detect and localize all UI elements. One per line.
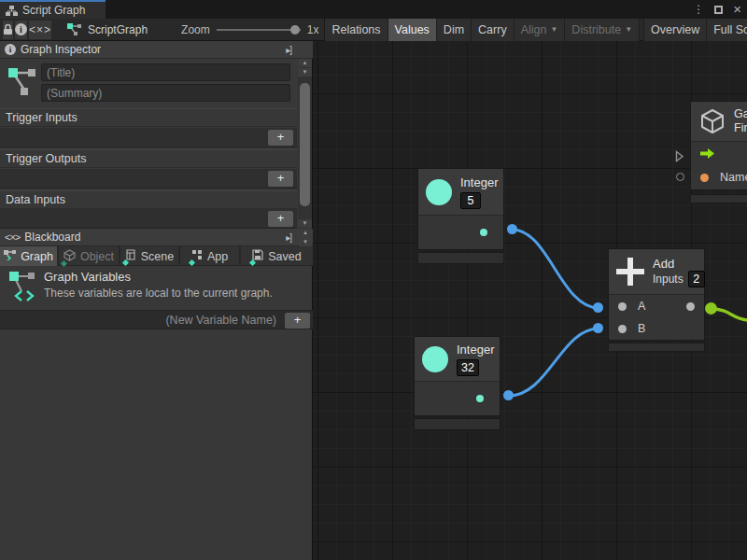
name-port-row: Name: [691, 165, 747, 189]
graph-tab-icon: [4, 249, 16, 263]
lock-button[interactable]: [3, 21, 13, 39]
integer-type-icon: [422, 346, 448, 372]
integer-value-field[interactable]: 32: [457, 359, 479, 376]
maximize-icon[interactable]: [714, 6, 723, 14]
node-footer: [417, 252, 504, 264]
scroll-down-icon[interactable]: ▼: [298, 219, 312, 228]
full-screen-button[interactable]: Full Screen: [707, 19, 747, 41]
input-port-b[interactable]: [618, 325, 627, 333]
integer-value-field[interactable]: 5: [460, 192, 481, 209]
integer-type-icon: [426, 179, 452, 205]
graph-selector[interactable]: ScriptGraph: [67, 23, 148, 36]
wire-endpoint[interactable]: [593, 302, 603, 313]
trigger-arrow-icon[interactable]: [700, 148, 715, 159]
node-title: Integer: [457, 343, 494, 357]
node-header: Integer 32: [415, 337, 500, 382]
scroll-up-icon[interactable]: ▲: [299, 229, 312, 237]
node-footer: [414, 418, 500, 430]
node-add[interactable]: Add Inputs 2 A B: [608, 248, 705, 341]
zoom-value: 1x: [307, 23, 319, 36]
output-port[interactable]: [476, 395, 484, 402]
window-tab-script-graph[interactable]: Script Graph: [0, 0, 106, 19]
tab-saved[interactable]: Saved: [241, 246, 313, 266]
tab-scene[interactable]: Scene: [120, 246, 180, 266]
output-port[interactable]: [686, 302, 695, 311]
info-icon: i: [15, 23, 27, 35]
graph-inspector-header: i Graph Inspector ▸]: [0, 41, 313, 59]
graph-icon: [7, 65, 37, 99]
node-title: Integer: [460, 175, 498, 189]
dock-panel-icon[interactable]: ▸]: [286, 45, 291, 55]
zoom-slider-knob[interactable]: [290, 25, 300, 35]
window-controls: ⋮ ×: [693, 0, 741, 19]
input-port-a[interactable]: [618, 302, 627, 311]
dock-panel-icon[interactable]: ▸]: [286, 232, 291, 243]
inputs-count-field[interactable]: 2: [688, 271, 705, 287]
graph-title-input[interactable]: [41, 63, 290, 81]
close-icon[interactable]: ×: [733, 1, 741, 18]
dim-button[interactable]: Dim: [437, 19, 472, 41]
info-button[interactable]: i: [15, 21, 27, 39]
inspector-scrollbar[interactable]: ▲ ▼ ▼: [298, 59, 312, 229]
wire-integer5-to-a[interactable]: [513, 230, 599, 308]
trigger-outputs-list: +: [0, 169, 297, 189]
wire-endpoint[interactable]: [593, 323, 603, 333]
name-input-port[interactable]: [700, 174, 709, 182]
add-variable-button[interactable]: +: [285, 313, 310, 329]
wire-integer32-to-b[interactable]: [509, 329, 599, 396]
add-icon: [616, 258, 644, 286]
scroll-down-icon[interactable]: ▼: [298, 68, 312, 77]
graph-variables-icon: [9, 271, 37, 302]
tab-graph[interactable]: Graph: [0, 246, 59, 266]
data-inputs-list: +: [0, 209, 297, 229]
relations-button[interactable]: Relations: [325, 19, 388, 41]
add-trigger-input-button[interactable]: +: [268, 130, 293, 146]
wire-endpoint[interactable]: [503, 390, 514, 400]
trigger-port-outline-icon[interactable]: [675, 150, 684, 162]
node-body: Name: [691, 142, 747, 189]
angle-x-icon: <×>: [29, 23, 51, 36]
distribute-dropdown[interactable]: Distribute▼: [565, 19, 640, 41]
node-subtitle: Find: [734, 121, 747, 135]
tab-app[interactable]: App: [180, 246, 241, 266]
value-port-outline-icon[interactable]: [676, 173, 684, 181]
scroll-down-icon[interactable]: ▼: [299, 238, 312, 246]
node-header: GameObject Find: [691, 102, 747, 142]
node-integer-32[interactable]: Integer 32: [414, 336, 500, 416]
trigger-inputs-list: +: [0, 128, 297, 147]
side-panel: i Graph Inspector ▸] Trigger Inputs + Tr…: [0, 41, 313, 560]
add-trigger-output-button[interactable]: +: [268, 171, 293, 187]
output-port[interactable]: [480, 229, 487, 236]
overview-button[interactable]: Overview: [643, 19, 707, 41]
new-variable-input[interactable]: [0, 311, 280, 329]
variables-toggle-button[interactable]: <×>: [29, 21, 51, 39]
section-trigger-inputs: Trigger Inputs: [0, 108, 297, 127]
window-tab-label: Script Graph: [22, 4, 85, 17]
node-body: [415, 382, 500, 415]
wire-endpoint[interactable]: [705, 302, 717, 315]
scroll-up-icon[interactable]: ▲: [298, 59, 312, 67]
scrollbar-thumb[interactable]: [300, 83, 310, 206]
node-gameobject-find[interactable]: GameObject Find Name: [690, 101, 747, 190]
node-title: GameObject: [734, 107, 747, 121]
tab-object[interactable]: Object: [59, 246, 120, 266]
zoom-label: Zoom: [181, 23, 210, 36]
wire-endpoint[interactable]: [507, 224, 517, 234]
blackboard-tabs: Graph Object Scene App: [0, 246, 313, 266]
org-chart-icon: [6, 5, 18, 16]
trigger-port-row: [691, 142, 747, 165]
node-integer-5[interactable]: Integer 5: [417, 168, 504, 250]
wire-add-output[interactable]: [712, 309, 747, 320]
align-dropdown[interactable]: Align▼: [514, 19, 566, 41]
carry-button[interactable]: Carry: [472, 19, 514, 41]
saved-tab-icon: [252, 249, 263, 263]
add-data-input-button[interactable]: +: [268, 211, 293, 227]
values-button[interactable]: Values: [388, 19, 437, 41]
zoom-slider[interactable]: [217, 29, 301, 31]
window-menu-icon[interactable]: ⋮: [693, 0, 704, 19]
graph-name-label: ScriptGraph: [88, 23, 148, 36]
chevron-down-icon: ▼: [625, 25, 632, 34]
graph-summary-input[interactable]: [41, 84, 290, 102]
graph-canvas[interactable]: Integer 5 Integer 32 Add In: [313, 41, 747, 560]
app-tab-icon: [191, 249, 203, 263]
